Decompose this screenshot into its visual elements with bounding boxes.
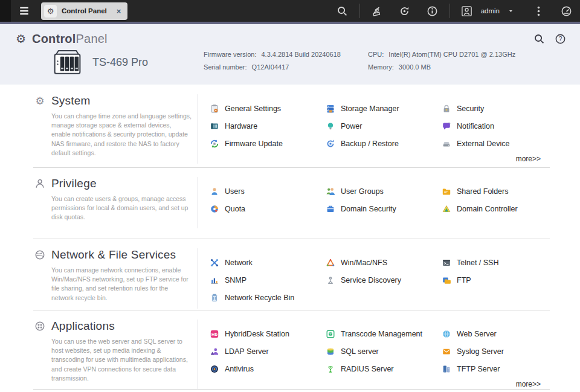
general-settings-icon <box>210 104 219 114</box>
item-firmware-update[interactable]: Firmware Update <box>210 139 326 149</box>
search-icon[interactable] <box>336 4 349 18</box>
notifications-icon[interactable] <box>426 4 439 18</box>
system-more-link[interactable]: more>> <box>210 155 550 163</box>
item-power[interactable]: Power <box>326 121 442 131</box>
service-discovery-icon <box>326 275 335 285</box>
gear-icon: ⚙ <box>16 33 26 45</box>
tab-label: Control Panel <box>62 7 107 14</box>
user-groups-icon <box>326 187 335 196</box>
network-icon <box>210 258 219 268</box>
memory-row: Memory: 3000.0 MB <box>368 63 515 71</box>
device-info: Firmware version: 4.3.4.2814 Build 20240… <box>204 51 515 71</box>
section-description: You can manage network connections, enab… <box>51 266 192 303</box>
telnet-ssh-icon <box>442 258 451 268</box>
item-domain-security[interactable]: Domain Security <box>326 204 442 214</box>
network-section-icon <box>34 249 45 260</box>
item-notification[interactable]: Notification <box>442 121 550 131</box>
nas-device-icon <box>51 48 84 76</box>
close-icon[interactable]: × <box>117 7 121 15</box>
cpu-row: CPU: Intel(R) Atom(TM) CPU D2701 @ 2.13G… <box>368 51 515 58</box>
item-user-groups[interactable]: User Groups <box>326 187 442 196</box>
hamburger-menu-icon[interactable] <box>15 3 33 19</box>
network-recycle-bin-icon <box>210 293 219 303</box>
external-device-icon <box>442 139 451 149</box>
item-users[interactable]: Users <box>210 187 326 196</box>
section-system: ⚙ System You can change time zone and la… <box>0 85 580 167</box>
background-tasks-icon[interactable] <box>370 4 384 18</box>
item-quota[interactable]: Quota <box>210 204 326 214</box>
kebab-menu-icon[interactable] <box>532 4 545 18</box>
item-antivirus[interactable]: Antivirus <box>210 364 326 374</box>
notification-icon <box>442 121 451 131</box>
tftp-server-icon <box>442 364 451 374</box>
item-ftp[interactable]: FTP <box>442 275 550 285</box>
user-menu[interactable]: admin <box>481 4 517 18</box>
power-icon <box>326 121 335 131</box>
gear-icon: ⚙ <box>44 5 57 18</box>
shared-folders-icon <box>442 187 451 196</box>
item-security[interactable]: Security <box>442 104 550 114</box>
serial-number-row: Serial number: Q12AI04417 <box>204 63 368 71</box>
radius-server-icon <box>326 364 335 374</box>
section-privilege: Privilege You can create users & groups,… <box>0 168 580 239</box>
web-server-icon <box>442 329 451 339</box>
item-win-mac-nfs[interactable]: Win/Mac/NFS <box>326 258 442 268</box>
item-telnet-ssh[interactable]: Telnet / SSH <box>442 258 550 268</box>
item-storage-manager[interactable]: Storage Manager <box>326 104 442 114</box>
section-applications: Applications You can use the web server … <box>0 310 580 389</box>
svg-text:Hb: Hb <box>211 331 218 336</box>
quota-icon <box>210 204 219 214</box>
caret-down-icon <box>504 4 517 18</box>
search-icon[interactable] <box>533 33 546 45</box>
topbar-divider <box>359 4 360 18</box>
item-backup-restore[interactable]: Backup / Restore <box>326 139 442 149</box>
ftp-icon <box>442 275 451 285</box>
sync-icon[interactable] <box>398 4 411 18</box>
item-transcode-management[interactable]: Transcode Management <box>326 329 442 339</box>
security-icon <box>442 104 451 114</box>
item-network-recycle-bin[interactable]: Network Recycle Bin <box>210 293 326 303</box>
item-web-server[interactable]: Web Server <box>442 329 550 339</box>
item-syslog-server[interactable]: Syslog Server <box>442 347 550 356</box>
section-title: Privilege <box>51 177 97 190</box>
item-network[interactable]: Network <box>210 258 326 268</box>
syslog-server-icon <box>442 347 451 356</box>
item-service-discovery[interactable]: Service Discovery <box>326 275 442 285</box>
antivirus-icon <box>210 364 219 374</box>
item-hybriddesk-station[interactable]: HbHybridDesk Station <box>210 329 326 339</box>
user-avatar-icon[interactable] <box>460 4 474 18</box>
item-domain-controller[interactable]: Domain Controller <box>442 204 550 214</box>
section-title: System <box>51 94 91 108</box>
privilege-section-icon <box>34 178 45 189</box>
hybriddesk-station-icon: Hb <box>210 329 219 339</box>
ldap-server-icon <box>210 347 219 356</box>
section-description: You can create users & groups, manage ac… <box>51 194 192 222</box>
topbar-left-strip <box>0 0 11 22</box>
win-mac-nfs-icon <box>326 258 335 268</box>
domain-security-icon <box>326 204 335 214</box>
hardware-icon <box>210 121 219 131</box>
firmware-version-row: Firmware version: 4.3.4.2814 Build 20240… <box>204 51 368 58</box>
applications-more-link[interactable]: more>> <box>210 380 550 388</box>
item-radius-server[interactable]: RADIUS Server <box>326 364 442 374</box>
firmware-update-icon <box>210 139 219 149</box>
section-network-file-services: Network & File Services You can manage n… <box>0 239 580 310</box>
item-shared-folders[interactable]: Shared Folders <box>442 187 550 196</box>
item-sql-server[interactable]: SQL server <box>326 347 442 356</box>
applications-section-icon <box>34 321 45 332</box>
tab-control-panel[interactable]: ⚙ Control Panel × <box>41 2 127 20</box>
device-model: TS-469 Pro <box>92 56 148 69</box>
section-title: Network & File Services <box>51 248 176 262</box>
snmp-icon <box>210 275 219 285</box>
users-icon <box>210 187 219 196</box>
item-ldap-server[interactable]: LDAP Server <box>210 347 326 356</box>
item-external-device[interactable]: External Device <box>442 139 550 149</box>
section-description: You can change time zone and language se… <box>51 112 192 158</box>
dashboard-gauge-icon[interactable] <box>559 4 573 18</box>
item-snmp[interactable]: SNMP <box>210 275 326 285</box>
item-hardware[interactable]: Hardware <box>210 121 326 131</box>
item-tftp-server[interactable]: TFTP Server <box>442 364 550 374</box>
topbar: ⚙ Control Panel × admin <box>0 0 580 22</box>
help-icon[interactable]: ? <box>555 33 567 45</box>
item-general-settings[interactable]: General Settings <box>210 104 326 114</box>
